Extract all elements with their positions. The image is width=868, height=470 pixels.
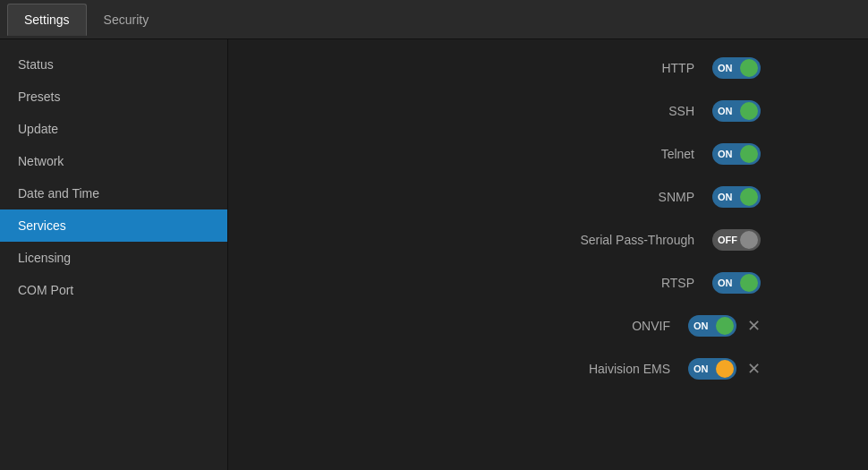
service-label-serial-pass-through: Serial Pass-Through <box>533 233 694 247</box>
sidebar-item-presets[interactable]: Presets <box>0 81 227 113</box>
sidebar-item-services[interactable]: Services <box>0 209 227 242</box>
toggle-knob-ssh <box>740 102 758 120</box>
toggle-knob-serial-pass-through <box>740 231 758 249</box>
toggle-label-snmp: ON <box>718 192 733 202</box>
toggle-onvif[interactable]: ON <box>688 315 736 337</box>
toggle-telnet[interactable]: ON <box>712 143 761 165</box>
service-row-serial-pass-through: Serial Pass-ThroughOFF <box>264 229 832 251</box>
sidebar-item-licensing[interactable]: Licensing <box>0 242 227 274</box>
content-area: HTTPONSSHONTelnetONSNMPONSerial Pass-Thr… <box>228 39 868 470</box>
toggle-wrap-snmp: ON <box>712 186 761 208</box>
service-row-onvif: ONVIFON✕ <box>264 315 832 337</box>
toggle-label-http: ON <box>718 63 733 73</box>
toggle-rtsp[interactable]: ON <box>712 272 761 294</box>
toggle-wrap-haivision-ems: ON✕ <box>688 358 761 380</box>
service-label-onvif: ONVIF <box>509 319 670 333</box>
service-row-snmp: SNMPON <box>264 186 832 208</box>
service-label-telnet: Telnet <box>533 147 694 161</box>
sidebar-item-status[interactable]: Status <box>0 48 227 81</box>
sidebar-item-network[interactable]: Network <box>0 145 227 177</box>
sidebar-item-date-and-time[interactable]: Date and Time <box>0 177 227 209</box>
settings-icon-onvif[interactable]: ✕ <box>747 316 761 336</box>
service-label-ssh: SSH <box>533 104 694 118</box>
toggle-wrap-http: ON <box>712 57 761 79</box>
toggle-knob-haivision-ems <box>716 360 734 378</box>
service-label-snmp: SNMP <box>533 190 694 204</box>
toggle-wrap-onvif: ON✕ <box>688 315 761 337</box>
toggle-wrap-serial-pass-through: OFF <box>712 229 761 251</box>
toggle-snmp[interactable]: ON <box>712 186 761 208</box>
service-row-http: HTTPON <box>264 57 832 79</box>
toggle-ssh[interactable]: ON <box>712 100 761 122</box>
service-label-http: HTTP <box>533 61 694 75</box>
service-row-telnet: TelnetON <box>264 143 832 165</box>
sidebar-item-update[interactable]: Update <box>0 113 227 145</box>
service-row-rtsp: RTSPON <box>264 272 832 294</box>
tab-settings[interactable]: Settings <box>7 4 87 36</box>
toggle-knob-onvif <box>716 317 734 335</box>
toggle-http[interactable]: ON <box>712 57 761 79</box>
settings-icon-haivision-ems[interactable]: ✕ <box>747 359 761 379</box>
toggle-label-telnet: ON <box>718 149 733 159</box>
toggle-knob-telnet <box>740 145 758 163</box>
service-label-rtsp: RTSP <box>533 276 694 290</box>
service-row-ssh: SSHON <box>264 100 832 122</box>
tab-security[interactable]: Security <box>87 4 166 36</box>
sidebar-item-com-port[interactable]: COM Port <box>0 274 227 306</box>
toggle-knob-http <box>740 59 758 77</box>
toggle-wrap-rtsp: ON <box>712 272 761 294</box>
toggle-label-rtsp: ON <box>718 278 733 288</box>
toggle-knob-rtsp <box>740 274 758 292</box>
main-layout: StatusPresetsUpdateNetworkDate and TimeS… <box>0 39 868 470</box>
service-label-haivision-ems: Haivision EMS <box>509 362 670 376</box>
toggle-label-haivision-ems: ON <box>694 363 709 374</box>
toggle-label-ssh: ON <box>718 106 733 116</box>
toggle-label-serial-pass-through: OFF <box>718 235 737 245</box>
toggle-wrap-telnet: ON <box>712 143 761 165</box>
toggle-serial-pass-through[interactable]: OFF <box>712 229 761 251</box>
tab-bar: SettingsSecurity <box>0 0 868 39</box>
service-row-haivision-ems: Haivision EMSON✕ <box>264 358 832 380</box>
toggle-haivision-ems[interactable]: ON <box>688 358 736 380</box>
toggle-wrap-ssh: ON <box>712 100 761 122</box>
toggle-knob-snmp <box>740 188 758 206</box>
toggle-label-onvif: ON <box>694 320 709 331</box>
sidebar: StatusPresetsUpdateNetworkDate and TimeS… <box>0 39 228 470</box>
